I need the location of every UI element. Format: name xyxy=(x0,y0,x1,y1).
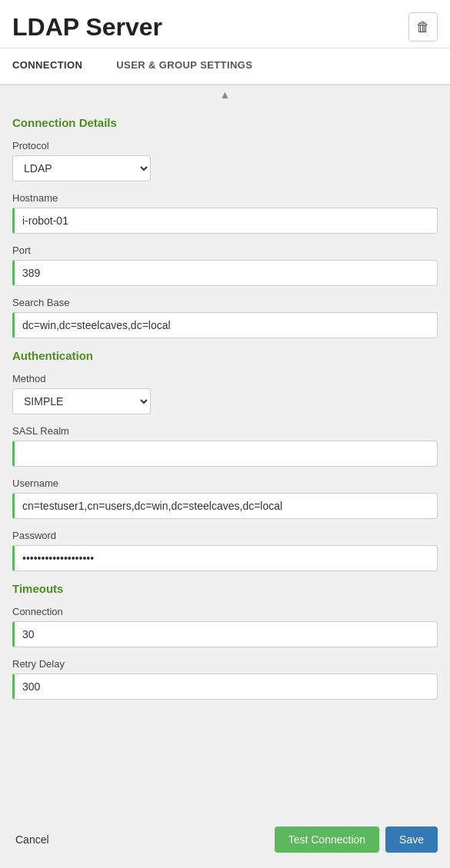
search-base-input[interactable] xyxy=(12,312,438,338)
connection-timeout-field-group: Connection xyxy=(12,606,438,647)
test-connection-button[interactable]: Test Connection xyxy=(275,826,379,853)
port-label: Port xyxy=(12,244,438,256)
method-field-group: Method SIMPLE DIGEST-MD5 GSSAPI xyxy=(12,373,438,414)
port-field-group: Port xyxy=(12,244,438,286)
save-button[interactable]: Save xyxy=(385,826,438,853)
delete-button[interactable]: 🗑 xyxy=(408,12,438,42)
search-base-label: Search Base xyxy=(12,297,438,308)
authentication-section-title: Authentication xyxy=(12,349,438,362)
protocol-label: Protocol xyxy=(12,140,438,151)
form-content: Connection Details Protocol LDAP LDAPS S… xyxy=(0,101,450,814)
username-field-group: Username xyxy=(12,477,438,519)
method-label: Method xyxy=(12,373,438,384)
cancel-button[interactable]: Cancel xyxy=(12,827,52,852)
method-select[interactable]: SIMPLE DIGEST-MD5 GSSAPI xyxy=(12,388,151,414)
protocol-field-group: Protocol LDAP LDAPS STARTTLS xyxy=(12,140,438,181)
hostname-label: Hostname xyxy=(12,192,438,204)
tab-bar: CONNECTION USER & GROUP SETTINGS xyxy=(0,48,450,85)
hostname-field-group: Hostname xyxy=(12,192,438,234)
connection-timeout-label: Connection xyxy=(12,606,438,617)
footer-actions: Cancel Test Connection Save xyxy=(0,814,450,868)
primary-actions: Test Connection Save xyxy=(275,826,438,853)
password-input[interactable] xyxy=(12,545,438,571)
timeouts-section-title: Timeouts xyxy=(12,582,438,595)
connection-timeout-input[interactable] xyxy=(12,621,438,647)
password-label: Password xyxy=(12,530,438,541)
sasl-realm-label: SASL Realm xyxy=(12,425,438,437)
username-label: Username xyxy=(12,477,438,489)
connection-details-section-title: Connection Details xyxy=(12,116,438,129)
tab-user-group-settings[interactable]: USER & GROUP SETTINGS xyxy=(116,48,268,84)
tab-connection[interactable]: CONNECTION xyxy=(12,48,98,84)
tab-arrow-indicator: ▲ xyxy=(0,85,450,101)
ldap-server-page: LDAP Server 🗑 CONNECTION USER & GROUP SE… xyxy=(0,0,450,868)
search-base-field-group: Search Base xyxy=(12,297,438,338)
hostname-input[interactable] xyxy=(12,208,438,234)
password-field-group: Password xyxy=(12,530,438,571)
retry-delay-label: Retry Delay xyxy=(12,658,438,670)
sasl-realm-field-group: SASL Realm xyxy=(12,425,438,467)
retry-delay-input[interactable] xyxy=(12,673,438,700)
username-input[interactable] xyxy=(12,493,438,519)
sasl-realm-input[interactable] xyxy=(12,441,438,467)
retry-delay-field-group: Retry Delay xyxy=(12,658,438,700)
port-input[interactable] xyxy=(12,260,438,286)
page-title: LDAP Server xyxy=(12,13,162,42)
protocol-select[interactable]: LDAP LDAPS STARTTLS xyxy=(12,155,151,181)
trash-icon: 🗑 xyxy=(416,19,430,35)
page-header: LDAP Server 🗑 xyxy=(0,0,450,48)
